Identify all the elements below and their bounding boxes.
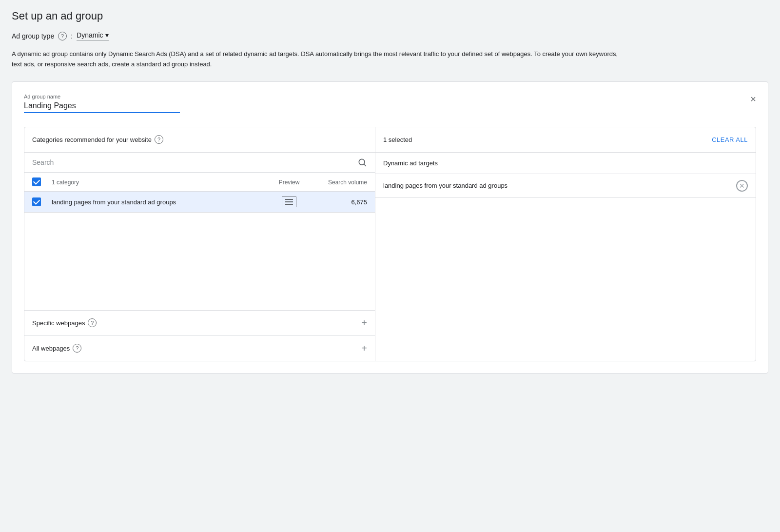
search-row <box>24 153 375 173</box>
all-webpages-row[interactable]: All webpages ? + <box>24 335 375 361</box>
row-checkbox-container <box>32 197 52 206</box>
preview-line-3 <box>285 204 293 205</box>
categories-header-title: Categories recommended for your website … <box>32 135 163 144</box>
preview-line-2 <box>285 201 293 202</box>
left-panel: Categories recommended for your website … <box>24 127 375 361</box>
dropdown-arrow-icon: ▾ <box>105 31 109 39</box>
page-title: Set up an ad group <box>12 10 768 22</box>
row-checkbox[interactable] <box>32 197 41 206</box>
ad-group-type-help-icon[interactable]: ? <box>58 32 67 40</box>
specific-webpages-label: Specific webpages ? <box>32 318 97 327</box>
ad-group-type-dropdown[interactable]: Dynamic ▾ <box>77 31 108 40</box>
col-preview-header: Preview <box>265 178 313 186</box>
specific-webpages-add-icon[interactable]: + <box>361 317 367 329</box>
table-header-row: 1 category Preview Search volume <box>24 173 375 192</box>
selected-count: 1 selected <box>383 136 412 143</box>
all-webpages-help-icon[interactable]: ? <box>73 344 81 353</box>
svg-line-1 <box>364 164 366 166</box>
search-icon <box>357 158 367 167</box>
right-panel: 1 selected CLEAR ALL Dynamic ad targets … <box>375 127 756 361</box>
svg-point-0 <box>359 159 365 165</box>
col-check-header <box>32 177 52 186</box>
ad-group-card: Ad group name × Categories recommended f… <box>12 81 768 374</box>
preview-icon[interactable] <box>282 197 296 207</box>
left-panel-header: Categories recommended for your website … <box>24 127 375 153</box>
ad-group-name-input[interactable] <box>24 101 180 113</box>
ad-group-type-value: Dynamic <box>77 31 103 39</box>
left-panel-spacer <box>24 213 375 310</box>
all-webpages-text: All webpages <box>32 345 70 352</box>
ad-group-type-row: Ad group type ? : Dynamic ▾ <box>12 31 768 40</box>
select-all-checkbox[interactable] <box>32 177 41 186</box>
colon: : <box>71 32 73 40</box>
ad-group-name-label: Ad group name <box>24 94 756 99</box>
right-panel-spacer <box>375 198 756 361</box>
all-webpages-label: All webpages ? <box>32 344 81 353</box>
all-webpages-add-icon[interactable]: + <box>361 343 367 354</box>
search-input[interactable] <box>32 158 353 166</box>
specific-webpages-row[interactable]: Specific webpages ? + <box>24 310 375 335</box>
col-category-header: 1 category <box>52 178 265 186</box>
col-volume-header: Search volume <box>313 178 367 186</box>
table-row[interactable]: landing pages from your standard ad grou… <box>24 192 375 213</box>
categories-help-icon[interactable]: ? <box>155 135 163 144</box>
clear-all-button[interactable]: CLEAR ALL <box>712 136 748 143</box>
close-button[interactable]: × <box>748 92 758 107</box>
preview-line-1 <box>285 199 293 200</box>
row-name: landing pages from your standard ad grou… <box>52 198 265 206</box>
ad-group-type-label: Ad group type <box>12 32 54 40</box>
specific-webpages-help-icon[interactable]: ? <box>88 318 97 327</box>
selected-item-text: landing pages from your standard ad grou… <box>383 182 507 189</box>
dynamic-targets-label: Dynamic ad targets <box>375 153 756 174</box>
categories-container: Categories recommended for your website … <box>24 127 756 361</box>
description-text: A dynamic ad group contains only Dynamic… <box>12 49 626 70</box>
specific-webpages-text: Specific webpages <box>32 319 85 327</box>
selected-item-row: landing pages from your standard ad grou… <box>375 174 756 198</box>
remove-item-icon[interactable]: ✕ <box>736 180 748 192</box>
preview-lines-icon <box>285 199 293 205</box>
row-preview[interactable] <box>265 197 313 207</box>
row-volume: 6,675 <box>313 198 367 206</box>
categories-title-text: Categories recommended for your website <box>32 136 152 143</box>
right-panel-header: 1 selected CLEAR ALL <box>375 127 756 153</box>
